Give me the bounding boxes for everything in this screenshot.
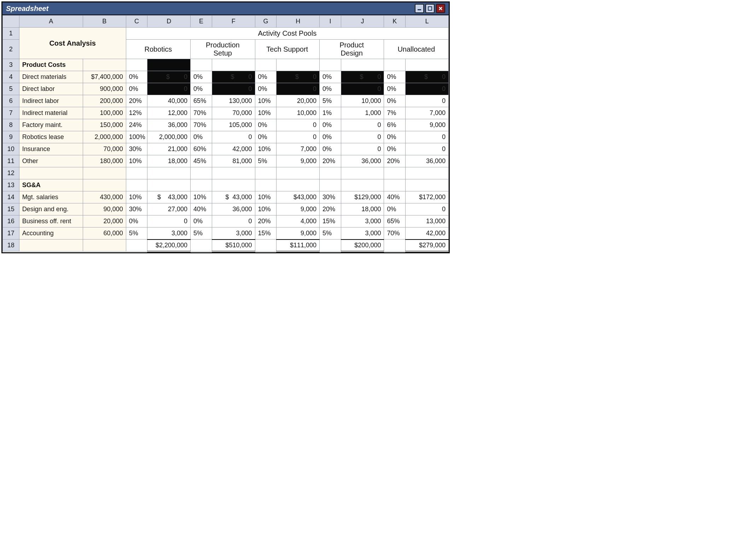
- cell-E13[interactable]: [191, 179, 212, 191]
- rownum-18[interactable]: 18: [3, 240, 19, 252]
- col-A[interactable]: A: [19, 16, 83, 28]
- cell-G3[interactable]: [255, 59, 277, 71]
- cell-E14[interactable]: 10%: [191, 191, 212, 203]
- cell-F10[interactable]: 42,000: [212, 143, 255, 155]
- cell-F12[interactable]: [212, 167, 255, 179]
- cell-A9[interactable]: Robotics lease: [19, 131, 83, 143]
- close-button[interactable]: [436, 4, 445, 13]
- cell-G4[interactable]: 0%: [255, 71, 277, 83]
- cell-H14[interactable]: $43,000: [277, 191, 320, 203]
- col-D[interactable]: D: [147, 16, 191, 28]
- cell-B13[interactable]: [83, 179, 126, 191]
- col-H[interactable]: H: [277, 16, 320, 28]
- cell-G6[interactable]: 10%: [255, 95, 277, 107]
- cell-K14[interactable]: 40%: [384, 191, 406, 203]
- cell-L17[interactable]: 42,000: [406, 227, 449, 240]
- rownum-7[interactable]: 7: [3, 107, 19, 119]
- cell-F5[interactable]: 0: [212, 83, 255, 95]
- cell-C8[interactable]: 24%: [126, 119, 147, 131]
- cell-H11[interactable]: 9,000: [277, 155, 320, 167]
- cell-E12[interactable]: [191, 167, 212, 179]
- total-product-design[interactable]: $200,000: [341, 240, 384, 252]
- cell-A4[interactable]: Direct materials: [19, 71, 83, 83]
- rownum-4[interactable]: 4: [3, 71, 19, 83]
- cell-L13[interactable]: [406, 179, 449, 191]
- cell-L9[interactable]: 0: [406, 131, 449, 143]
- rownum-6[interactable]: 6: [3, 95, 19, 107]
- cell-L15[interactable]: 0: [406, 203, 449, 215]
- rownum-5[interactable]: 5: [3, 83, 19, 95]
- rownum-10[interactable]: 10: [3, 143, 19, 155]
- cell-G11[interactable]: 5%: [255, 155, 277, 167]
- cell-J15[interactable]: 18,000: [341, 203, 384, 215]
- cell-H15[interactable]: 9,000: [277, 203, 320, 215]
- cell-G17[interactable]: 15%: [255, 227, 277, 240]
- cell-I4[interactable]: 0%: [319, 71, 341, 83]
- cell-J14[interactable]: $129,000: [341, 191, 384, 203]
- cell-I12[interactable]: [319, 167, 341, 179]
- cell-J9[interactable]: 0: [341, 131, 384, 143]
- cell-G18[interactable]: [255, 240, 277, 252]
- cell-I18[interactable]: [319, 240, 341, 252]
- cell-H10[interactable]: 7,000: [277, 143, 320, 155]
- cell-L3[interactable]: [406, 59, 449, 71]
- rownum-13[interactable]: 13: [3, 179, 19, 191]
- rownum-11[interactable]: 11: [3, 155, 19, 167]
- cell-B5[interactable]: 900,000: [83, 83, 126, 95]
- cell-K5[interactable]: 0%: [384, 83, 406, 95]
- cell-G9[interactable]: 0%: [255, 131, 277, 143]
- total-tech-support[interactable]: $111,000: [277, 240, 320, 252]
- cell-F16[interactable]: 0: [212, 215, 255, 227]
- cell-F15[interactable]: 36,000: [212, 203, 255, 215]
- maximize-button[interactable]: [425, 4, 435, 13]
- col-J[interactable]: J: [341, 16, 384, 28]
- col-G[interactable]: G: [255, 16, 277, 28]
- section-sga[interactable]: SG&A: [19, 179, 83, 191]
- cell-J13[interactable]: [341, 179, 384, 191]
- cell-L14[interactable]: $172,000: [406, 191, 449, 203]
- cell-D10[interactable]: 21,000: [147, 143, 191, 155]
- cell-D11[interactable]: 18,000: [147, 155, 191, 167]
- cell-C3[interactable]: [126, 59, 147, 71]
- cell-G14[interactable]: 10%: [255, 191, 277, 203]
- pool-unallocated[interactable]: Unallocated: [384, 40, 449, 59]
- cell-K16[interactable]: 65%: [384, 215, 406, 227]
- rownum-16[interactable]: 16: [3, 215, 19, 227]
- cell-H6[interactable]: 20,000: [277, 95, 320, 107]
- cell-I14[interactable]: 30%: [319, 191, 341, 203]
- col-I[interactable]: I: [319, 16, 341, 28]
- cell-F11[interactable]: 81,000: [212, 155, 255, 167]
- cell-I15[interactable]: 20%: [319, 203, 341, 215]
- cell-I8[interactable]: 0%: [319, 119, 341, 131]
- col-L[interactable]: L: [406, 16, 449, 28]
- rownum-17[interactable]: 17: [3, 227, 19, 240]
- cell-C10[interactable]: 30%: [126, 143, 147, 155]
- cell-G13[interactable]: [255, 179, 277, 191]
- cell-J3[interactable]: [341, 59, 384, 71]
- cell-A8[interactable]: Factory maint.: [19, 119, 83, 131]
- cell-D3[interactable]: [147, 59, 191, 71]
- cell-H16[interactable]: 4,000: [277, 215, 320, 227]
- cell-L11[interactable]: 36,000: [406, 155, 449, 167]
- cell-C18[interactable]: [126, 240, 147, 252]
- cell-B10[interactable]: 70,000: [83, 143, 126, 155]
- cell-B11[interactable]: 180,000: [83, 155, 126, 167]
- cell-J17[interactable]: 3,000: [341, 227, 384, 240]
- cell-J8[interactable]: 0: [341, 119, 384, 131]
- pool-tech-support[interactable]: Tech Support: [255, 40, 319, 59]
- cell-E10[interactable]: 60%: [191, 143, 212, 155]
- cell-K9[interactable]: 0%: [384, 131, 406, 143]
- rownum-8[interactable]: 8: [3, 119, 19, 131]
- cell-J16[interactable]: 3,000: [341, 215, 384, 227]
- cell-H13[interactable]: [277, 179, 320, 191]
- rownum-14[interactable]: 14: [3, 191, 19, 203]
- cell-E8[interactable]: 70%: [191, 119, 212, 131]
- cell-G15[interactable]: 10%: [255, 203, 277, 215]
- cell-L5[interactable]: 0: [406, 83, 449, 95]
- spreadsheet-grid[interactable]: A B C D E F G H I J K L 1 Cost Analysis …: [2, 15, 449, 252]
- cell-I11[interactable]: 20%: [319, 155, 341, 167]
- cell-B9[interactable]: 2,000,000: [83, 131, 126, 143]
- cell-F3[interactable]: [212, 59, 255, 71]
- total-unallocated[interactable]: $279,000: [406, 240, 449, 252]
- cell-F4[interactable]: $ 0: [212, 71, 255, 83]
